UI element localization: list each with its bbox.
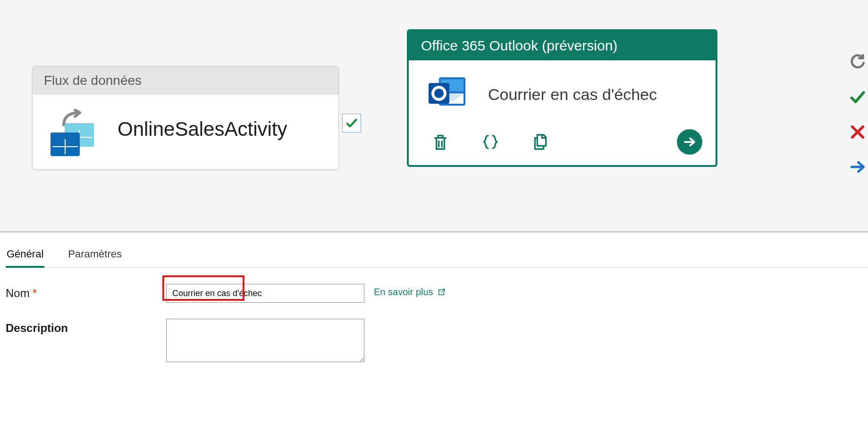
activity-card-outlook[interactable]: Office 365 Outlook (préversion) Courrier… [407,29,717,167]
pipeline-canvas[interactable]: Flux de données OnlineSalesActivity Offi… [0,0,868,231]
details-panel: Général Paramètres Nom* En savoir plus D… [6,236,868,362]
dataflow-icon [47,108,99,150]
label-description: Description [6,319,157,335]
tab-general[interactable]: Général [6,243,44,268]
validate-button[interactable] [848,88,867,107]
copy-button[interactable] [530,131,551,153]
panel-divider[interactable] [0,231,868,233]
label-name-text: Nom [6,287,30,299]
outlook-icon [426,74,468,114]
next-button[interactable] [848,157,867,176]
label-name: Nom* [6,284,157,300]
description-input[interactable] [166,319,364,362]
delete-button[interactable] [430,131,451,153]
activity-type-label: Flux de données [33,66,338,95]
required-asterisk: * [33,287,37,299]
name-input[interactable] [166,284,364,303]
canvas-side-toolbar [847,53,868,176]
activity-type-label: Office 365 Outlook (préversion) [409,31,716,60]
run-button[interactable] [677,129,702,155]
activity-action-row [409,123,716,165]
close-button[interactable] [848,123,867,141]
code-button[interactable] [480,131,501,153]
learn-more-text: En savoir plus [374,287,433,298]
details-tabs: Général Paramètres [6,236,868,268]
external-link-icon [437,288,446,297]
activity-card-dataflow[interactable]: Flux de données OnlineSalesActivity [32,66,339,170]
activity-name-label: Courrier en cas d'échec [488,85,657,104]
tab-parameters[interactable]: Paramètres [67,243,123,267]
success-badge [342,114,361,132]
activity-name-label: OnlineSalesActivity [118,118,287,141]
redo-button[interactable] [848,53,867,72]
learn-more-link[interactable]: En savoir plus [374,284,446,298]
